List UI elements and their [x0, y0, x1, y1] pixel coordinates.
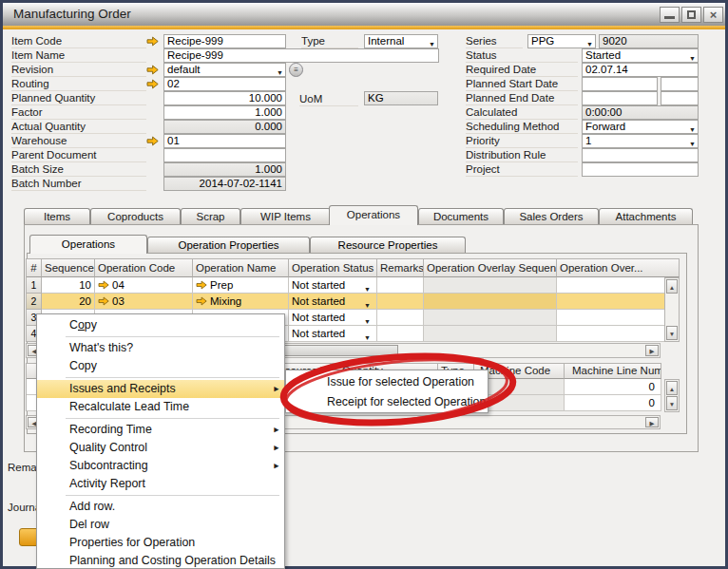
factor-field[interactable]: 1.000: [163, 105, 286, 120]
tab-scrap[interactable]: Scrap: [181, 208, 240, 224]
menu-item-issues-and-receipts[interactable]: Issues and Receipts▸: [37, 380, 284, 398]
operation-status-cell[interactable]: Not started▼: [289, 294, 377, 310]
link-arrow-icon[interactable]: [146, 36, 159, 47]
project-field[interactable]: [582, 162, 699, 177]
minimize-button[interactable]: [660, 7, 680, 23]
warehouse-field[interactable]: 01: [163, 134, 286, 148]
operation-status-cell[interactable]: Not started▼: [289, 310, 377, 326]
item-name-field[interactable]: Recipe-999: [163, 48, 439, 63]
col-header-operation-overlay-2[interactable]: Operation Over...: [557, 258, 665, 277]
item-code-field[interactable]: Recipe-999: [163, 34, 286, 48]
tab-documents[interactable]: Documents: [418, 208, 504, 224]
menu-item-add-row[interactable]: Add row.: [37, 498, 284, 516]
link-arrow-icon[interactable]: [146, 79, 159, 89]
operation-status-cell[interactable]: Not started▼: [289, 326, 377, 342]
menu-item-copy[interactable]: Copy: [37, 357, 284, 375]
operation-name-cell[interactable]: Mixing: [193, 294, 289, 310]
operation-name-cell[interactable]: Prep: [193, 277, 289, 294]
revision-dropdown[interactable]: default▼: [163, 63, 286, 77]
subtab-operations[interactable]: Operations: [29, 235, 147, 254]
col-header-machine-line-num[interactable]: Machine Line Num: [565, 363, 661, 379]
scheduling-method-dropdown[interactable]: Forward▼: [582, 120, 699, 134]
operations-vscrollbar[interactable]: ▲ ▼: [664, 277, 680, 342]
link-arrow-icon[interactable]: [196, 296, 207, 306]
menu-item-del-row[interactable]: Del row: [37, 516, 284, 534]
planned-start-time-field[interactable]: [661, 77, 699, 91]
link-arrow-icon[interactable]: [98, 296, 109, 306]
menu-item-activity-report[interactable]: Activity Report: [37, 475, 284, 493]
menu-item-properties-for-operation[interactable]: Properties for Operation: [37, 534, 284, 552]
operation-overlay-cell[interactable]: [557, 326, 665, 342]
tab-sales-orders[interactable]: Sales Orders: [504, 208, 599, 224]
col-header-remarks[interactable]: Remarks: [377, 258, 424, 277]
menu-item-subcontracting[interactable]: Subcontracting▸: [37, 457, 284, 475]
tab-coproducts[interactable]: Coproducts: [90, 208, 181, 224]
operation-code-cell[interactable]: 03: [95, 294, 193, 310]
submenu-item-receipt-for-selected-operation[interactable]: Receipt for selected Operation: [286, 392, 488, 412]
sequence-cell[interactable]: 20: [42, 294, 95, 310]
planned-end-date-field[interactable]: [582, 91, 658, 105]
link-arrow-icon[interactable]: [98, 280, 109, 290]
col-header-operation-name[interactable]: Operation Name: [193, 258, 289, 277]
menu-item-recalculate-lead-time[interactable]: Recalculate Lead Time: [37, 398, 284, 416]
scroll-right-icon[interactable]: ▶: [645, 345, 659, 356]
col-header-num[interactable]: #: [27, 258, 42, 277]
operation-code-cell[interactable]: 04: [95, 277, 193, 294]
subtab-operation-properties[interactable]: Operation Properties: [147, 237, 310, 253]
menu-item-whats-this[interactable]: What's this?: [37, 339, 284, 357]
machine-line-num-cell[interactable]: 0: [565, 379, 661, 395]
menu-item-planning-costing-details[interactable]: Planning and Costing Operation Details: [37, 552, 284, 569]
subtab-resource-properties[interactable]: Resource Properties: [310, 237, 466, 253]
col-header-operation-status[interactable]: Operation Status: [289, 258, 377, 277]
scroll-down-icon[interactable]: ▼: [666, 396, 678, 410]
item-name-label: Item Name: [11, 49, 146, 63]
link-arrow-icon[interactable]: [146, 136, 159, 146]
remarks-cell[interactable]: [377, 310, 424, 326]
col-header-operation-overlay-sequence[interactable]: Operation Overlay Sequence: [424, 258, 557, 277]
col-header-operation-code[interactable]: Operation Code: [95, 258, 193, 277]
menu-item-recording-time[interactable]: Recording Time▸: [37, 421, 284, 439]
priority-dropdown[interactable]: 1▼: [582, 134, 699, 148]
series-dropdown[interactable]: PPG▼: [527, 34, 596, 48]
remarks-cell[interactable]: [377, 294, 424, 310]
submenu-item-issue-for-selected-operation[interactable]: Issue for selected Operation: [286, 372, 488, 392]
scroll-down-icon[interactable]: ▼: [666, 326, 678, 340]
col-header-sequence[interactable]: Sequence: [42, 258, 95, 277]
remarks-cell[interactable]: [377, 277, 424, 294]
link-arrow-icon[interactable]: [146, 65, 159, 75]
row-number-cell[interactable]: 1: [27, 277, 42, 294]
menu-item-copy-underlined[interactable]: Copy: [37, 316, 284, 334]
link-arrow-icon[interactable]: [196, 280, 207, 290]
required-date-field[interactable]: 02.07.14: [582, 63, 699, 77]
operation-overlay-cell[interactable]: [557, 277, 665, 294]
uom-field: KG: [364, 91, 438, 105]
scroll-up-icon[interactable]: ▲: [666, 279, 678, 294]
close-button[interactable]: ×: [703, 7, 723, 23]
operation-overlay-cell[interactable]: [557, 294, 665, 310]
operation-status-cell[interactable]: Not started▼: [289, 277, 377, 294]
tab-wip-items[interactable]: WIP Items: [240, 208, 331, 224]
routing-field[interactable]: 02: [163, 77, 286, 91]
planned-start-date-field[interactable]: [582, 77, 658, 91]
remarks-cell[interactable]: [377, 326, 424, 342]
maximize-button[interactable]: [681, 7, 701, 23]
sequence-cell[interactable]: 10: [42, 277, 95, 294]
scroll-up-icon[interactable]: ▲: [666, 381, 678, 395]
scroll-right-icon[interactable]: ▶: [645, 417, 659, 427]
resource-vscrollbar[interactable]: ▲ ▼: [664, 379, 680, 412]
planned-end-time-field[interactable]: [661, 91, 699, 105]
parent-document-field[interactable]: [163, 148, 286, 162]
row-number-cell[interactable]: 2: [27, 294, 42, 310]
tab-items[interactable]: Items: [24, 208, 90, 224]
status-dropdown[interactable]: Started▼: [582, 48, 699, 63]
operation-overlay-cell[interactable]: [557, 310, 665, 326]
revision-edit-icon[interactable]: ≡: [289, 63, 303, 77]
machine-line-num-cell[interactable]: 0: [565, 395, 661, 411]
menu-item-quality-control[interactable]: Quality Control▸: [37, 439, 284, 457]
distribution-rule-field[interactable]: [582, 148, 699, 162]
tab-attachments[interactable]: Attachments: [599, 208, 693, 224]
titlebar[interactable]: Manufacturing Order: [3, 3, 725, 26]
tab-operations[interactable]: Operations: [329, 205, 418, 225]
type-dropdown[interactable]: Internal▼: [364, 34, 438, 48]
planned-quantity-field[interactable]: 10.000: [163, 91, 286, 105]
